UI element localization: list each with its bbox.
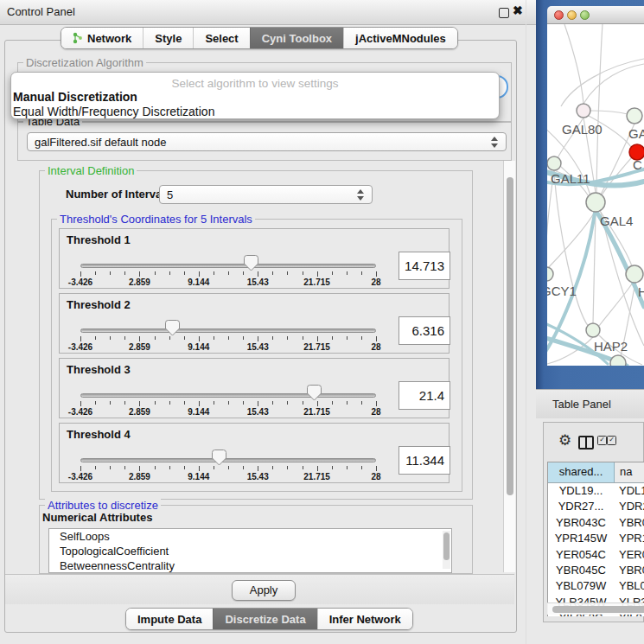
popup-placeholder: Select algorithm to view settings	[11, 77, 499, 90]
minimize-traffic-light[interactable]	[567, 10, 577, 20]
cell-shared-name: YER054C	[548, 547, 614, 563]
threshold-value-field[interactable]: 11.344	[399, 446, 450, 475]
threshold-value-field[interactable]: 21.4	[399, 381, 450, 410]
float-icon[interactable]	[499, 8, 509, 18]
tab-network[interactable]: Network	[61, 28, 143, 48]
slider-thumb[interactable]	[212, 450, 226, 466]
network-node-label: GCY1	[547, 284, 577, 298]
tick-mark	[139, 336, 140, 341]
table-row[interactable]: YER054CYER0	[548, 547, 644, 563]
table-horizontal-scrollbar-thumb[interactable]	[552, 606, 644, 613]
tick-mark	[287, 336, 288, 340]
tab-jactivemnodules[interactable]: jActiveMNodules	[343, 28, 457, 48]
network-node[interactable]	[610, 355, 626, 366]
tick-mark	[139, 271, 140, 277]
network-node-h[interactable]	[626, 265, 643, 283]
control-panel: Control Panel ✖ NetworkStyleSelectCyni T…	[0, 0, 536, 644]
network-node-gal4[interactable]	[586, 193, 605, 212]
combo-stepper-icon[interactable]	[357, 189, 365, 201]
close-traffic-light[interactable]	[554, 10, 564, 20]
threshold-value-field[interactable]: 6.316	[399, 316, 450, 345]
popup-option-manual-discretization[interactable]: Manual Discretization	[11, 90, 499, 105]
slider-track[interactable]	[80, 264, 376, 268]
tick-mark	[169, 271, 170, 275]
numerical-attributes-list[interactable]: SelfLoopsTopologicalCoefficientBetweenne…	[48, 528, 452, 573]
tick-mark	[110, 271, 111, 275]
right-region: GAL80GACGAL11GAL4GCY1HHAP2 Table Panel ⚙…	[536, 0, 644, 644]
threshold-panel-1: Threshold 1-3.4262.8599.14415.4321.71528…	[59, 228, 450, 289]
tab-impute-data[interactable]: Impute Data	[126, 609, 213, 629]
column-header-name[interactable]: na	[615, 462, 644, 482]
network-node-ga[interactable]	[627, 108, 642, 124]
tick-mark	[155, 401, 156, 405]
slider-thumb[interactable]	[244, 255, 258, 271]
tick-label: 28	[350, 342, 402, 352]
list-scrollbar-thumb[interactable]	[443, 532, 450, 560]
tick-mark	[95, 466, 96, 469]
panel-divider	[526, 0, 526, 644]
network-node-hap2[interactable]	[586, 323, 600, 337]
list-item-betweennesscentrality[interactable]: BetweennessCentrality	[49, 558, 451, 573]
checkbox-icon[interactable]: ✓	[597, 436, 607, 445]
tab-discretize-data[interactable]: Discretize Data	[213, 609, 316, 629]
tick-label: 2.859	[113, 342, 165, 352]
column-header-shared-name[interactable]: shared...	[548, 462, 615, 482]
tick-mark	[243, 466, 244, 469]
table-row[interactable]: YBR043CYBR0	[548, 515, 644, 531]
threshold-value-field[interactable]: 14.713	[399, 252, 450, 280]
intervals-combo-value: 5	[167, 188, 173, 201]
zoom-traffic-light[interactable]	[580, 10, 590, 20]
network-node-label: GAL80	[562, 122, 603, 137]
popup-option-equal-width-frequency-discretization[interactable]: Equal Width/Frequency Discretization	[11, 105, 499, 119]
gear-icon[interactable]: ⚙	[558, 431, 571, 450]
tick-mark	[347, 271, 348, 275]
number-of-intervals-combo[interactable]: 5	[159, 185, 373, 204]
tab-style[interactable]: Style	[143, 28, 193, 48]
tab-select[interactable]: Select	[193, 28, 249, 48]
content-scrollbar[interactable]	[503, 161, 515, 572]
table-data-combo[interactable]: galFiltered.sif default node	[27, 132, 507, 151]
close-icon[interactable]: ✖	[513, 3, 523, 17]
network-node-gcy1[interactable]	[547, 267, 553, 281]
tick-mark	[272, 401, 273, 405]
checkbox-icon[interactable]: ✓	[607, 436, 616, 445]
list-item-topologicalcoefficient[interactable]: TopologicalCoefficient	[49, 544, 451, 558]
tab-infer-network[interactable]: Infer Network	[317, 609, 412, 629]
columns-icon[interactable]	[578, 436, 594, 450]
apply-button[interactable]: Apply	[232, 580, 296, 601]
table-row[interactable]: YPR145WYPR1	[548, 531, 644, 546]
tick-mark	[110, 336, 111, 340]
table-row[interactable]: YDL19...YDL1	[548, 483, 644, 499]
network-node-gal80[interactable]	[577, 104, 590, 118]
tick-mark	[80, 401, 81, 406]
cell-name: YBR0	[614, 515, 644, 531]
tab-label: jActiveMNodules	[355, 32, 446, 45]
slider-track[interactable]	[80, 458, 376, 462]
table-horizontal-scrollbar[interactable]	[547, 603, 644, 615]
tab-label: Select	[205, 32, 238, 45]
list-scrollbar[interactable]	[443, 531, 450, 569]
network-graph: GAL80GACGAL11GAL4GCY1HHAP2	[547, 24, 644, 366]
network-node-gal11[interactable]	[547, 156, 561, 170]
slider-thumb[interactable]	[165, 320, 180, 336]
tick-mark	[258, 336, 258, 341]
tab-label: Impute Data	[137, 613, 201, 626]
content-scrollbar-thumb[interactable]	[507, 177, 513, 495]
tick-mark	[199, 271, 200, 277]
control-panel-titlebar: Control Panel ✖	[0, 0, 536, 25]
network-window-titlebar[interactable]	[547, 6, 644, 24]
slider-thumb[interactable]	[307, 385, 322, 401]
combo-stepper-icon[interactable]	[491, 137, 499, 148]
slider-track[interactable]	[80, 328, 376, 333]
tick-mark	[184, 271, 185, 275]
tick-mark	[155, 271, 156, 275]
network-canvas[interactable]: GAL80GACGAL11GAL4GCY1HHAP2	[547, 24, 644, 366]
slider-track[interactable]	[80, 393, 376, 398]
list-item-selfloops[interactable]: SelfLoops	[49, 529, 451, 544]
table-row[interactable]: YDR27...YDR2	[548, 499, 644, 514]
tick-mark	[303, 271, 303, 275]
tab-cyni-toolbox[interactable]: Cyni Toolbox	[250, 28, 343, 48]
tick-mark	[110, 466, 111, 469]
table-row[interactable]: YBR045CYBR0	[548, 563, 644, 578]
table-row[interactable]: YBL079WYBL0	[548, 578, 644, 594]
